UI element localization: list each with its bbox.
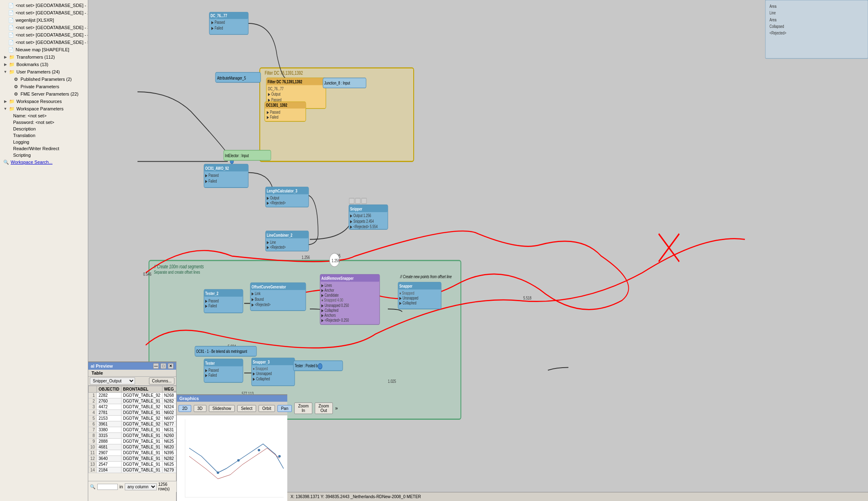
row-number: 13 bbox=[89, 462, 97, 467]
sidebar-item-reader-writer[interactable]: Reader/Writer Redirect bbox=[0, 145, 88, 152]
col-header-weg[interactable]: WEG_N... bbox=[162, 386, 176, 393]
table-row[interactable]: 5 2153 DGDTW_TABLE_92 N607 bbox=[89, 416, 176, 421]
sidebar-item-description[interactable]: Description bbox=[0, 126, 88, 132]
col-header-objectid[interactable]: OBJECTID bbox=[97, 386, 121, 393]
svg-text:▶ <Rejected>: ▶ <Rejected> bbox=[252, 302, 270, 307]
table-row[interactable]: 14 2184 DGDTW_TABLE_91 N279 bbox=[89, 467, 176, 473]
table-tab[interactable]: Table bbox=[88, 370, 176, 377]
svg-rect-41 bbox=[265, 102, 306, 108]
svg-line-13 bbox=[659, 234, 679, 262]
gear-icon: ⚙ bbox=[13, 84, 19, 89]
pan-button[interactable]: Pan bbox=[277, 405, 292, 412]
svg-point-124 bbox=[258, 449, 260, 451]
svg-text:▶ Passed: ▶ Passed bbox=[267, 110, 280, 114]
cell-brontabel: DGDTW_TABLE_91 bbox=[121, 398, 162, 404]
table-row[interactable]: 9 2888 DGDTW_TABLE_91 N625 bbox=[89, 439, 176, 444]
sidebar-item-workspace-resources[interactable]: ▶ 📁 Workspace Resources bbox=[0, 98, 88, 105]
table-row[interactable]: 4 2781 DGDTW_TABLE_91 N602 bbox=[89, 410, 176, 416]
folder-icon: 📁 bbox=[9, 54, 15, 60]
svg-text:Filter DC 76,1391,1392: Filter DC 76,1391,1392 bbox=[268, 79, 302, 85]
table-row[interactable]: 1 2282 DGDTW_TABLE_92 N268 bbox=[89, 393, 176, 398]
row-number: 6 bbox=[89, 421, 97, 427]
row-number: 1 bbox=[89, 393, 97, 398]
svg-rect-58 bbox=[349, 205, 388, 212]
table-row[interactable]: 13 2547 DGDTW_TABLE_91 N625 bbox=[89, 462, 176, 467]
svg-rect-106 bbox=[204, 359, 243, 366]
svg-text:1.256: 1.256 bbox=[302, 255, 310, 260]
sidebar-item-bookmarks[interactable]: ▶ 📁 Bookmarks (13) bbox=[0, 61, 88, 68]
svg-text:▶ <Rejected>  5.554: ▶ <Rejected> 5.554 bbox=[350, 224, 378, 229]
sidebar-item-transformers[interactable]: ▶ 📁 Transformers (112) bbox=[0, 53, 88, 61]
sidebar-item-scripting[interactable]: Scripting bbox=[0, 152, 88, 158]
select-button[interactable]: Select bbox=[237, 405, 256, 412]
search-input[interactable] bbox=[97, 484, 118, 490]
snippet-select[interactable]: Snipper_Output bbox=[90, 377, 135, 384]
3d-button[interactable]: 3D bbox=[194, 405, 206, 412]
table-row[interactable]: 11 2907 DGDTW_TABLE_91 N395 bbox=[89, 450, 176, 456]
file-icon: 📄 bbox=[8, 39, 14, 45]
panel-close-btn[interactable]: ✕ bbox=[168, 363, 174, 369]
sidebar-item-translation[interactable]: Translation bbox=[0, 132, 88, 139]
table-row[interactable]: 7 3380 DGDTW_TABLE_91 N631 bbox=[89, 427, 176, 433]
svg-text:0.546: 0.546 bbox=[143, 271, 151, 277]
cell-brontabel: DGDTW_TABLE_91 bbox=[121, 427, 162, 433]
sidebar-item-workspace-parameters[interactable]: ▼ 📁 Workspace Parameters bbox=[0, 105, 88, 112]
main-container: 📄 <not set> [GEODATABASE_SDE] - 1 📄 <not… bbox=[0, 0, 868, 501]
file-icon: 📄 bbox=[8, 32, 14, 38]
sidebar-item-not-set-4[interactable]: 📄 <not set> [GEODATABASE_SDE] - 4 bbox=[0, 31, 88, 39]
sidebar-item-name[interactable]: Name: <not set> bbox=[0, 112, 88, 119]
table-row[interactable]: 10 4681 DGDTW_TABLE_91 N620 bbox=[89, 444, 176, 450]
sidebar-item-private-parameters[interactable]: ⚙ Private Parameters bbox=[0, 83, 88, 90]
svg-text:1.025: 1.025 bbox=[388, 379, 396, 384]
table-row[interactable]: 12 3640 DGDTW_TABLE_91 N282 bbox=[89, 456, 176, 462]
sidebar-content: 📄 <not set> [GEODATABASE_SDE] - 1 📄 <not… bbox=[0, 0, 88, 501]
search-in-label: in bbox=[119, 484, 123, 489]
svg-rect-116 bbox=[293, 361, 343, 371]
search-column-select[interactable]: any column bbox=[125, 483, 157, 490]
sidebar-item-fme-server[interactable]: ⚙ FME Server Parameters (22) bbox=[0, 90, 88, 98]
columns-button[interactable]: Columns... bbox=[149, 377, 174, 384]
zoom-in-button[interactable]: Zoom In bbox=[294, 403, 312, 414]
orbit-button[interactable]: Orbit bbox=[259, 405, 275, 412]
sidebar-item-workspace-search[interactable]: 🔍 Workspace Search... bbox=[0, 158, 88, 166]
cell-weg: N631 bbox=[162, 427, 176, 433]
panel-minimize-btn[interactable]: — bbox=[153, 363, 159, 369]
cell-brontabel: DGDTW_TABLE_92 bbox=[121, 416, 162, 421]
2d-button[interactable]: 2D bbox=[179, 405, 191, 412]
svg-rect-32 bbox=[266, 78, 326, 85]
table-row[interactable]: 2 2760 DGDTW_TABLE_91 N282 bbox=[89, 398, 176, 404]
svg-text:● Snapped: ● Snapped bbox=[253, 366, 268, 371]
sidebar-item-not-set-1[interactable]: 📄 <not set> [GEODATABASE_SDE] - 1 bbox=[0, 2, 88, 9]
sidebar-item-not-set-2[interactable]: 📄 <not set> [GEODATABASE_SDE] - 2 bbox=[0, 9, 88, 16]
table-container[interactable]: OBJECTID BRONTABEL WEG_N... 1 2282 DGDTW… bbox=[88, 386, 176, 473]
sidebar-item-wegenlijst[interactable]: 📄 wegenlijst [XLSXR] bbox=[0, 16, 88, 24]
file-icon: 📄 bbox=[8, 47, 14, 53]
sidebar-item-nieuwe-map[interactable]: 📄 Nieuwe map [SHAPEFILE] bbox=[0, 46, 88, 53]
sidebar-item-password[interactable]: Password: <not set> bbox=[0, 119, 88, 126]
sidebar-item-published-parameters[interactable]: ⚙ Published Parameters (2) bbox=[0, 75, 88, 83]
sidebar-item-not-set-3[interactable]: 📄 <not set> [GEODATABASE_SDE] - 3 bbox=[0, 24, 88, 31]
svg-rect-24 bbox=[209, 12, 248, 34]
graphics-toolbar: 2D 3D Slideshow Select Orbit Pan Zoom In… bbox=[177, 402, 287, 415]
file-icon: 📄 bbox=[8, 25, 14, 30]
sidebar-item-user-parameters[interactable]: ▼ 📁 User Parameters (24) bbox=[0, 68, 88, 75]
sidebar-item-not-set-5[interactable]: 📄 <not set> [GEODATABASE_SDE] - 5 bbox=[0, 39, 88, 46]
zoom-out-button[interactable]: Zoom Out bbox=[315, 403, 333, 414]
table-row[interactable]: 8 3315 DGDTW_TABLE_91 N260 bbox=[89, 433, 176, 439]
svg-text:Area: Area bbox=[770, 4, 776, 9]
row-number: 9 bbox=[89, 439, 97, 444]
svg-point-15 bbox=[318, 365, 323, 371]
sidebar-item-logging[interactable]: Logging bbox=[0, 139, 88, 145]
cell-objectid: 2760 bbox=[97, 398, 121, 404]
panel-restore-btn[interactable]: □ bbox=[160, 363, 166, 369]
slideshow-button[interactable]: Slideshow bbox=[209, 405, 235, 412]
cell-objectid: 3640 bbox=[97, 456, 121, 462]
table-row[interactable]: 6 3961 DGDTW_TABLE_92 N277 bbox=[89, 421, 176, 427]
svg-rect-70 bbox=[266, 231, 309, 238]
svg-text:▶ Collaphed: ▶ Collaphed bbox=[253, 376, 270, 381]
col-header-brontabel[interactable]: BRONTABEL bbox=[121, 386, 162, 393]
svg-text:303.334: 303.334 bbox=[272, 377, 284, 382]
graphics-canvas[interactable] bbox=[177, 415, 287, 501]
table-row[interactable]: 3 4472 DGDTW_TABLE_92 N324 bbox=[89, 404, 176, 410]
svg-rect-57 bbox=[349, 205, 388, 229]
